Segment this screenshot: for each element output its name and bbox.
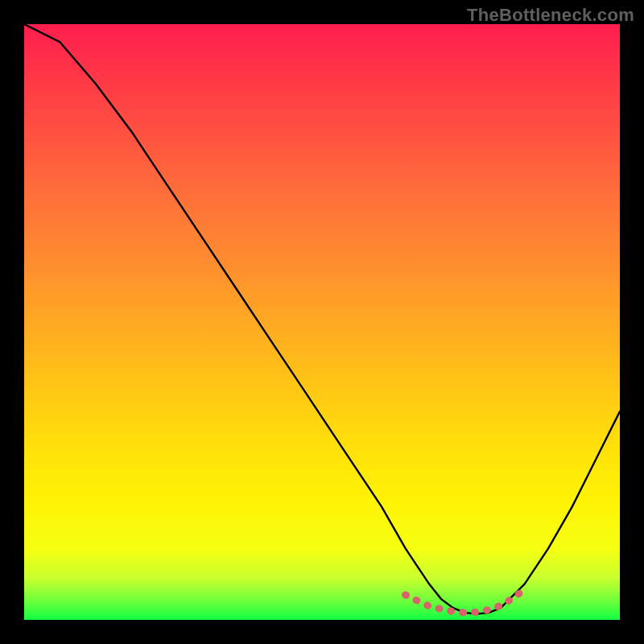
plot-area	[24, 24, 620, 620]
bottleneck-curve-line	[24, 24, 620, 614]
chart-overlay-svg	[24, 24, 620, 620]
chart-frame: TheBottleneck.com	[0, 0, 644, 644]
watermark-text: TheBottleneck.com	[467, 5, 634, 26]
optimal-range-highlight	[406, 589, 525, 613]
